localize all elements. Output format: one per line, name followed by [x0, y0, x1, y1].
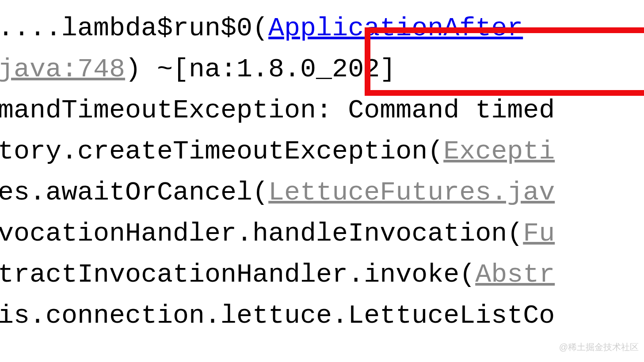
source-link[interactable]: Abstr — [475, 260, 555, 290]
stacktrace-view: ....lambda$run$0(ApplicationAfter java:7… — [0, 0, 555, 336]
code-text: es.awaitOrCancel( — [0, 177, 268, 207]
code-text: vocationHandler.handleInvocation( — [0, 219, 523, 249]
code-text: ....lambda$run$0( — [0, 13, 268, 43]
source-link[interactable]: java:748 — [0, 54, 125, 84]
source-link[interactable]: Excepti — [443, 136, 555, 166]
code-text: mandTimeoutException: Command timed — [0, 95, 555, 125]
code-text: ) ~[na:1.8.0_202] — [125, 54, 396, 84]
source-link[interactable]: LettuceFutures.jav — [268, 177, 555, 207]
code-text: is.connection.lettuce.LettuceListCo — [0, 301, 555, 331]
source-link[interactable]: Fu — [523, 219, 555, 249]
code-text: tory.createTimeoutException( — [0, 136, 443, 166]
code-text: tractInvocationHandler.invoke( — [0, 260, 475, 290]
watermark-text: @稀土掘金技术社区 — [559, 340, 639, 354]
source-link[interactable]: ApplicationAfter — [268, 13, 523, 43]
